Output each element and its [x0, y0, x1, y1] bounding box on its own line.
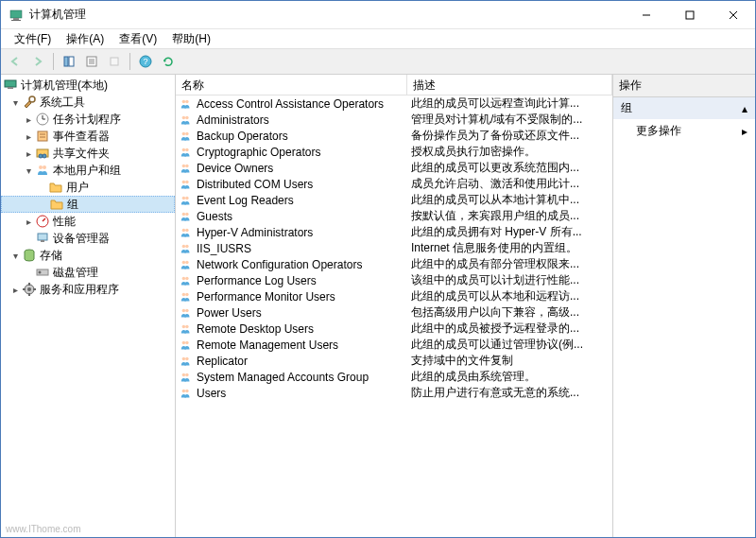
- collapse-icon[interactable]: ▾: [9, 249, 22, 262]
- tree-system-tools[interactable]: ▾ 系统工具: [1, 94, 175, 111]
- list-row[interactable]: Performance Log Users该组中的成员可以计划进行性能...: [176, 272, 612, 288]
- svg-point-51: [182, 164, 186, 167]
- toolbar: ?: [1, 48, 755, 75]
- tree-local-users-groups[interactable]: ▾ 本地用户和组: [1, 162, 175, 179]
- svg-point-46: [185, 115, 189, 119]
- tree-services-apps[interactable]: ▸ 服务和应用程序: [1, 281, 175, 298]
- app-icon: [9, 8, 24, 23]
- svg-point-59: [182, 228, 186, 232]
- svg-point-50: [185, 148, 189, 151]
- event-icon: [35, 129, 50, 144]
- window-title: 计算机管理: [29, 7, 625, 23]
- tree-root[interactable]: 计算机管理(本地): [1, 77, 175, 94]
- list-row[interactable]: Power Users包括高级用户以向下兼容，高级...: [176, 304, 612, 321]
- group-name: Network Configuration Operators: [197, 258, 362, 271]
- maximize-button[interactable]: [668, 1, 712, 28]
- group-description: 支持域中的文件复制: [407, 353, 612, 369]
- refresh-button[interactable]: [158, 51, 179, 72]
- expand-icon[interactable]: ▸: [22, 113, 35, 126]
- list-row[interactable]: Remote Management Users此组的成员可以通过管理协议(例..…: [176, 337, 612, 353]
- minimize-button[interactable]: [625, 1, 668, 28]
- list-row[interactable]: Cryptographic Operators授权成员执行加密操作。: [176, 144, 612, 160]
- tree-disk-management[interactable]: 磁盘管理: [1, 264, 175, 281]
- list-body[interactable]: Access Control Assistance Operators此组的成员…: [176, 95, 612, 537]
- group-description: 此组的成员可以通过管理协议(例...: [407, 337, 612, 353]
- list-row[interactable]: Device Owners此组的成员可以更改系统范围内...: [176, 160, 612, 176]
- expand-icon[interactable]: ▸: [9, 283, 22, 296]
- expand-icon[interactable]: ▸: [22, 215, 35, 228]
- tree-pane[interactable]: 计算机管理(本地) ▾ 系统工具 ▸ 任务计划程序 ▸ 事件查看器 ▸ 共享文件…: [1, 75, 176, 537]
- tree-performance[interactable]: ▸ 性能: [1, 213, 175, 230]
- group-name: Device Owners: [197, 162, 273, 175]
- svg-point-26: [39, 154, 43, 158]
- group-icon: [180, 371, 193, 384]
- svg-point-55: [182, 196, 186, 200]
- list-row[interactable]: Access Control Assistance Operators此组的成员…: [176, 95, 612, 112]
- svg-text:?: ?: [143, 57, 147, 66]
- group-name: Administrators: [197, 113, 269, 127]
- list-row[interactable]: Guests按默认值，来宾跟用户组的成员...: [176, 208, 612, 224]
- list-row[interactable]: Remote Desktop Users此组中的成员被授予远程登录的...: [176, 321, 612, 337]
- menu-view[interactable]: 查看(V): [112, 29, 164, 49]
- column-description[interactable]: 描述: [407, 75, 612, 95]
- list-row[interactable]: Network Configuration Operators此组中的成员有部分…: [176, 256, 612, 272]
- collapse-icon[interactable]: ▾: [22, 164, 35, 177]
- group-icon: [180, 146, 193, 159]
- tree-users[interactable]: 用户: [1, 179, 175, 196]
- actions-group-header[interactable]: 组 ▴: [613, 97, 755, 119]
- expand-icon[interactable]: ▸: [22, 130, 35, 143]
- svg-point-38: [27, 287, 31, 291]
- svg-point-27: [43, 154, 46, 158]
- svg-point-48: [185, 131, 189, 135]
- svg-point-49: [182, 148, 186, 151]
- folder-icon: [49, 197, 64, 212]
- tree-shared-folders[interactable]: ▸ 共享文件夹: [1, 145, 175, 162]
- list-row[interactable]: Administrators管理员对计算机/域有不受限制的...: [176, 112, 612, 128]
- svg-point-47: [182, 131, 186, 135]
- group-description: 该组中的成员可以计划进行性能...: [407, 272, 612, 288]
- svg-point-79: [182, 389, 186, 392]
- group-icon: [180, 338, 193, 352]
- tree-groups[interactable]: 组: [1, 196, 175, 213]
- group-icon: [180, 258, 193, 271]
- close-button[interactable]: [712, 1, 755, 28]
- menu-help[interactable]: 帮助(H): [164, 29, 218, 49]
- list-row[interactable]: Event Log Readers此组的成员可以从本地计算机中...: [176, 192, 612, 208]
- tree-storage[interactable]: ▾ 存储: [1, 247, 175, 264]
- svg-point-73: [182, 340, 186, 344]
- help-button[interactable]: ?: [135, 51, 156, 72]
- list-row[interactable]: Performance Monitor Users此组的成员可以从本地和远程访.…: [176, 288, 612, 304]
- column-name[interactable]: 名称: [176, 75, 407, 95]
- list-row[interactable]: Distributed COM Users成员允许启动、激活和使用此计...: [176, 176, 612, 192]
- svg-rect-8: [69, 57, 74, 66]
- tree-device-manager[interactable]: 设备管理器: [1, 230, 175, 247]
- group-name: System Managed Accounts Group: [197, 371, 369, 384]
- group-name: Cryptographic Operators: [197, 146, 320, 159]
- svg-point-71: [182, 324, 186, 328]
- group-description: Internet 信息服务使用的内置组。: [407, 240, 612, 256]
- list-row[interactable]: Hyper-V Administrators此组的成员拥有对 Hyper-V 所…: [176, 224, 612, 240]
- group-name: Performance Log Users: [197, 274, 317, 287]
- properties-button[interactable]: [81, 51, 102, 72]
- group-icon: [180, 274, 193, 287]
- collapse-icon[interactable]: ▾: [9, 95, 22, 109]
- tree-event-viewer[interactable]: ▸ 事件查看器: [1, 128, 175, 145]
- menu-actions[interactable]: 操作(A): [59, 29, 112, 49]
- list-row[interactable]: Backup Operators备份操作员为了备份或还原文件...: [176, 128, 612, 144]
- svg-point-58: [185, 212, 189, 216]
- list-row[interactable]: IIS_IUSRSInternet 信息服务使用的内置组。: [176, 240, 612, 256]
- group-description: 此组的成员可以从本地计算机中...: [407, 192, 612, 208]
- group-name: Performance Monitor Users: [197, 290, 335, 304]
- list-row[interactable]: System Managed Accounts Group此组的成员由系统管理。: [176, 369, 612, 385]
- tree-task-scheduler[interactable]: ▸ 任务计划程序: [1, 111, 175, 128]
- menu-file[interactable]: 文件(F): [7, 29, 59, 49]
- group-icon: [180, 97, 193, 111]
- list-row[interactable]: Users防止用户进行有意或无意的系统...: [176, 385, 612, 401]
- list-row[interactable]: Replicator支持域中的文件复制: [176, 353, 612, 369]
- group-icon: [180, 194, 193, 207]
- group-icon: [180, 210, 193, 223]
- svg-rect-4: [686, 11, 694, 19]
- more-actions-item[interactable]: 更多操作 ▸: [613, 119, 755, 143]
- expand-icon[interactable]: ▸: [22, 147, 35, 160]
- show-hide-button[interactable]: [59, 51, 79, 72]
